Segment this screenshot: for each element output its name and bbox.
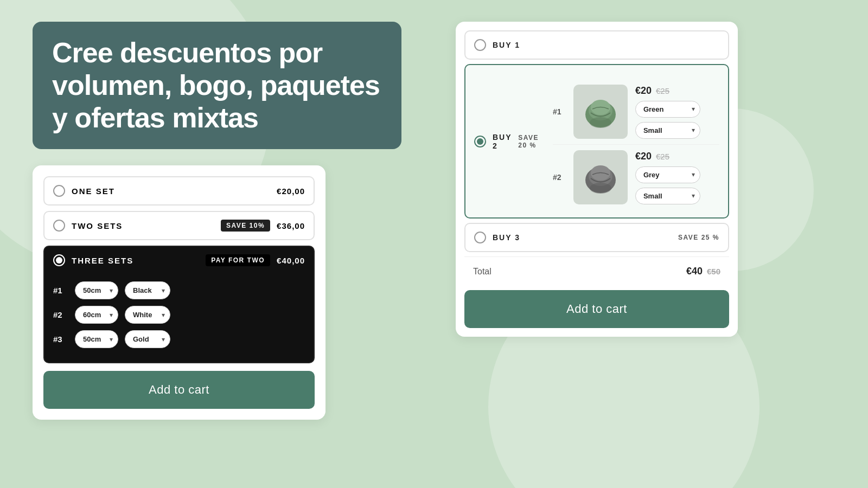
product-2-price-original: €25 (656, 152, 669, 161)
radio-one-set (53, 185, 65, 197)
left-add-to-cart-button[interactable]: Add to cart (43, 371, 315, 409)
total-original-price: €50 (707, 267, 720, 276)
variant-row-3: #3 50cm 60cm 70cm Gold (53, 330, 305, 348)
product-2-image (573, 150, 628, 204)
total-row: Total €40 €50 (464, 256, 729, 286)
product-2-size-wrapper: Small Medium Large (635, 188, 700, 204)
product-2-color-wrapper: Grey Green Black White (635, 166, 700, 183)
product-2-details: €20 €25 Grey Green Black White (635, 151, 700, 204)
one-set-price: €20,00 (277, 187, 305, 196)
two-sets-label: TWO SETS (72, 221, 214, 230)
headline-box: Cree descuentos por volumen, bogo, paque… (33, 22, 401, 149)
one-set-label: ONE SET (72, 187, 270, 196)
three-sets-badge: PAY FOR TWO (206, 254, 270, 266)
total-label: Total (473, 267, 492, 277)
green-mask-icon (579, 90, 622, 133)
left-card: ONE SET €20,00 TWO SETS SAVE 10% €36,00 … (33, 165, 326, 420)
product-1-details: €20 €25 Green Grey Black White (635, 85, 700, 139)
right-add-to-cart-button[interactable]: Add to cart (464, 290, 729, 328)
product-1-image (573, 85, 628, 139)
variant-2-size-select[interactable]: 60cm 50cm 70cm (75, 306, 118, 324)
radio-buy-3 (474, 232, 486, 243)
buy-1-label: BUY 1 (493, 41, 719, 49)
three-sets-price: €40,00 (277, 256, 305, 265)
variant-1-color-select[interactable]: Black White Gold Grey Green (125, 281, 170, 299)
product-1-size-wrapper: Small Medium Large (635, 122, 700, 139)
product-2-size-select[interactable]: Small Medium Large (635, 188, 700, 204)
buy-3-save-badge: SAVE 25 % (678, 234, 719, 241)
page-container: Cree descuentos por volumen, bogo, paque… (0, 0, 868, 488)
product-1-price-original: €25 (656, 86, 669, 95)
option-three-sets[interactable]: THREE SETS PAY FOR TWO €40,00 #1 50cm 60… (43, 246, 315, 363)
buy-option-1[interactable]: BUY 1 (464, 30, 729, 60)
products-container: #1 (553, 79, 719, 210)
product-2-price-row: €20 €25 (635, 151, 700, 162)
product-1-color-select[interactable]: Green Grey Black White (635, 101, 700, 118)
two-sets-badge: SAVE 10% (221, 220, 270, 232)
variant-2-color-select[interactable]: White Black Gold Grey Green (125, 306, 170, 324)
total-price: €40 €50 (686, 266, 720, 277)
option-two-sets[interactable]: TWO SETS SAVE 10% €36,00 (43, 211, 315, 240)
product-2-color-select[interactable]: Grey Green Black White (635, 166, 700, 183)
radio-three-sets (53, 254, 65, 266)
total-current-price: €40 (686, 266, 703, 277)
radio-buy-2 (474, 136, 486, 147)
product-2-num: #2 (553, 173, 566, 182)
variant-1-size-select[interactable]: 50cm 60cm 70cm (75, 281, 118, 299)
headline-text: Cree descuentos por volumen, bogo, paque… (52, 37, 382, 134)
three-sets-label: THREE SETS (72, 256, 199, 265)
product-item-2: #2 (553, 145, 719, 210)
svg-point-3 (590, 117, 611, 128)
buy-3-label: BUY 3 (493, 233, 672, 242)
right-side: BUY 1 BUY 2 SAVE 20 % #1 (456, 22, 738, 337)
variant-2-num: #2 (53, 310, 68, 319)
variant-3-size-select[interactable]: 50cm 60cm 70cm (75, 330, 118, 348)
buy-option-3[interactable]: BUY 3 SAVE 25 % (464, 223, 729, 252)
svg-point-7 (590, 183, 611, 194)
variant-row-2: #2 60cm 50cm 70cm White (53, 306, 305, 324)
variant-3-size-wrapper: 50cm 60cm 70cm (75, 330, 118, 348)
variant-1-size-wrapper: 50cm 60cm 70cm (75, 281, 118, 299)
variant-1-num: #1 (53, 286, 68, 295)
variant-2-size-wrapper: 60cm 50cm 70cm (75, 306, 118, 324)
variant-3-color-select[interactable]: Gold Black White Grey Green (125, 330, 170, 348)
radio-buy-2-inner (477, 138, 483, 145)
variant-2-color-wrapper: White Black Gold Grey Green (125, 306, 170, 324)
buy-option-2[interactable]: BUY 2 SAVE 20 % #1 (464, 64, 729, 219)
variants-container: #1 50cm 60cm 70cm Black (53, 281, 305, 355)
radio-three-sets-inner (56, 257, 62, 264)
grey-mask-icon (579, 156, 622, 199)
buy-2-label: BUY 2 (493, 133, 512, 150)
product-1-num: #1 (553, 107, 566, 116)
variant-row-1: #1 50cm 60cm 70cm Black (53, 281, 305, 299)
left-side: Cree descuentos por volumen, bogo, paque… (33, 22, 412, 420)
variant-3-color-wrapper: Gold Black White Grey Green (125, 330, 170, 348)
product-1-price-row: €20 €25 (635, 85, 700, 97)
variant-1-color-wrapper: Black White Gold Grey Green (125, 281, 170, 299)
product-1-size-select[interactable]: Small Medium Large (635, 122, 700, 139)
product-item-1: #1 (553, 79, 719, 145)
right-card: BUY 1 BUY 2 SAVE 20 % #1 (456, 22, 738, 337)
radio-buy-1 (474, 39, 486, 51)
variant-3-num: #3 (53, 335, 68, 344)
option-one-set[interactable]: ONE SET €20,00 (43, 176, 315, 206)
product-2-price-current: €20 (635, 151, 652, 162)
product-1-price-current: €20 (635, 85, 652, 97)
two-sets-price: €36,00 (277, 221, 305, 230)
product-1-color-wrapper: Green Grey Black White (635, 101, 700, 118)
buy-2-save-badge: SAVE 20 % (518, 134, 546, 149)
radio-two-sets (53, 220, 65, 232)
